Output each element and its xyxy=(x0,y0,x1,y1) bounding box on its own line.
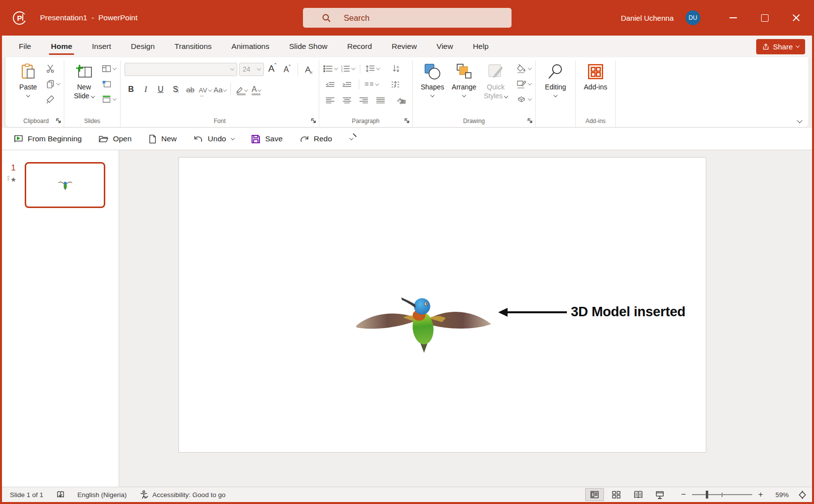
slide-show-icon xyxy=(655,491,664,499)
text-shadow-button[interactable]: S xyxy=(169,83,182,95)
spell-check-button[interactable] xyxy=(56,491,65,499)
align-center-button[interactable] xyxy=(340,94,354,107)
save-button[interactable]: Save xyxy=(251,134,282,144)
format-painter-button[interactable] xyxy=(46,94,60,105)
slide-sorter-view-button[interactable] xyxy=(607,488,626,501)
strikethrough-button[interactable]: ab xyxy=(184,83,197,95)
section-button[interactable] xyxy=(102,94,116,105)
tab-help[interactable]: Help xyxy=(472,38,490,55)
3d-hummingbird-model[interactable] xyxy=(354,294,493,353)
italic-button[interactable]: I xyxy=(139,83,152,95)
bold-button[interactable]: B xyxy=(125,83,137,95)
shrink-font-button[interactable]: A xyxy=(281,63,294,76)
open-button[interactable]: Open xyxy=(98,134,131,143)
slide-1-thumbnail[interactable] xyxy=(25,162,105,208)
paragraph-dialog-launcher[interactable] xyxy=(404,118,410,124)
undo-button[interactable]: Undo xyxy=(193,134,234,143)
zoom-percentage[interactable]: 59% xyxy=(771,491,789,499)
bullets-button[interactable] xyxy=(323,62,338,75)
tab-insert[interactable]: Insert xyxy=(91,38,112,55)
new-button[interactable]: New xyxy=(148,134,176,144)
underline-button[interactable]: U xyxy=(154,83,167,95)
qat-overflow-button[interactable] xyxy=(349,136,353,140)
zoom-slider-handle[interactable] xyxy=(706,491,708,499)
tab-transitions[interactable]: Transitions xyxy=(173,38,213,55)
shapes-button[interactable]: Shapes xyxy=(417,61,448,97)
tab-view[interactable]: View xyxy=(435,38,454,55)
clipboard-dialog-launcher[interactable] xyxy=(56,118,61,124)
minimize-button[interactable] xyxy=(727,12,739,24)
shape-effects-button[interactable] xyxy=(516,94,531,105)
convert-to-smartart-button[interactable] xyxy=(394,94,408,107)
accessibility-button[interactable]: Accessibility: Good to go xyxy=(139,490,225,499)
font-name-combo[interactable] xyxy=(125,63,237,76)
reading-view-button[interactable] xyxy=(629,488,647,501)
animation-indicator-icon[interactable]: ★ xyxy=(10,176,16,183)
character-spacing-button[interactable]: AV xyxy=(199,83,212,95)
from-beginning-button[interactable]: From Beginning xyxy=(14,134,82,143)
redo-button[interactable]: Redo xyxy=(300,134,332,143)
annotation-arrow[interactable] xyxy=(507,311,567,313)
copy-button[interactable] xyxy=(46,79,60,89)
numbering-button[interactable]: 123 xyxy=(341,62,355,75)
font-color-button[interactable]: A xyxy=(250,83,262,95)
tab-slide-show[interactable]: Slide Show xyxy=(288,38,329,55)
tab-design[interactable]: Design xyxy=(130,38,156,55)
line-spacing-button[interactable] xyxy=(365,62,380,75)
close-button[interactable] xyxy=(790,12,802,24)
slide-layout-button[interactable] xyxy=(102,63,116,74)
tab-home[interactable]: Home xyxy=(50,38,73,55)
tab-review[interactable]: Review xyxy=(391,38,418,55)
zoom-slider[interactable] xyxy=(692,494,752,495)
slide-show-button[interactable] xyxy=(650,488,669,501)
shape-fill-button[interactable] xyxy=(516,63,531,74)
user-avatar[interactable]: DU xyxy=(685,10,700,25)
user-name[interactable]: Daniel Uchenna xyxy=(621,14,674,22)
shape-outline-button[interactable] xyxy=(516,79,531,89)
align-left-button[interactable] xyxy=(323,94,337,107)
addins-button[interactable]: Add-ins xyxy=(580,61,611,92)
share-button[interactable]: Share xyxy=(756,39,805,54)
search-placeholder: Search xyxy=(344,13,370,23)
search-box[interactable]: Search xyxy=(303,8,512,28)
paste-button[interactable]: Paste xyxy=(12,61,44,97)
quick-styles-label-2: Styles xyxy=(484,92,508,101)
change-case-button[interactable]: Aa xyxy=(214,83,226,95)
annotation-text[interactable]: 3D Model inserted xyxy=(571,304,685,320)
powerpoint-logo-icon[interactable]: P xyxy=(13,11,26,25)
editing-button[interactable]: Editing xyxy=(540,61,571,97)
font-size-combo[interactable]: 24 xyxy=(239,63,264,76)
window-title: Presentation1 - PowerPoint xyxy=(40,13,137,22)
normal-view-button[interactable] xyxy=(585,488,604,501)
increase-indent-button[interactable] xyxy=(340,78,354,91)
zoom-out-button[interactable]: − xyxy=(680,490,687,500)
font-size-value: 24 xyxy=(243,65,251,73)
new-slide-button[interactable]: New Slide xyxy=(68,61,100,100)
quick-styles-button[interactable]: Quick Styles xyxy=(480,61,512,100)
grow-font-button[interactable]: A xyxy=(266,63,279,76)
tab-file[interactable]: File xyxy=(18,38,32,55)
arrange-button[interactable]: Arrange xyxy=(448,61,480,97)
columns-chevron-icon xyxy=(375,82,379,85)
justify-button[interactable] xyxy=(374,94,387,107)
text-direction-button[interactable]: A xyxy=(389,62,403,75)
shape-effects-icon xyxy=(516,95,526,103)
tab-record[interactable]: Record xyxy=(346,38,373,55)
columns-button[interactable] xyxy=(364,78,379,91)
align-text-button[interactable] xyxy=(388,78,402,91)
reset-slide-button[interactable] xyxy=(102,79,116,89)
decrease-indent-button[interactable] xyxy=(323,78,337,91)
maximize-button[interactable] xyxy=(759,12,771,24)
collapse-ribbon-button[interactable] xyxy=(797,118,802,123)
language-button[interactable]: English (Nigeria) xyxy=(78,491,127,499)
font-dialog-launcher[interactable] xyxy=(311,118,316,124)
tab-animations[interactable]: Animations xyxy=(230,38,270,55)
drawing-dialog-launcher[interactable] xyxy=(527,118,533,124)
cut-button[interactable] xyxy=(46,63,60,74)
fit-slide-to-window-button[interactable] xyxy=(798,490,807,500)
clear-formatting-button[interactable] xyxy=(302,63,315,76)
slide-canvas[interactable]: 3D Model inserted xyxy=(178,157,706,453)
align-right-button[interactable] xyxy=(357,94,371,107)
zoom-in-button[interactable]: + xyxy=(757,490,764,500)
text-highlight-button[interactable] xyxy=(235,83,248,95)
